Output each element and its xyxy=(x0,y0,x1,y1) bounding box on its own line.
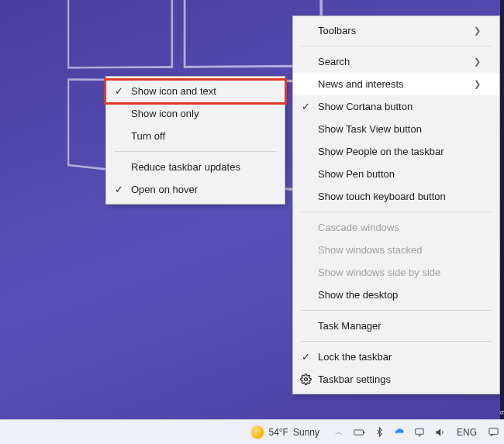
menu-item-label: Reduce taskbar updates xyxy=(131,161,266,173)
battery-icon[interactable] xyxy=(354,426,365,438)
menu-item-lock-the-taskbar[interactable]: ✓ Lock the taskbar xyxy=(293,346,499,368)
taskbar: 54°F Sunny ︿ ENG xyxy=(0,419,504,444)
language-indicator[interactable]: ENG xyxy=(454,427,479,438)
menu-item-show-icon-only[interactable]: Show icon only xyxy=(106,102,285,125)
menu-item-label: Lock the taskbar xyxy=(318,351,481,363)
menu-item-label: Show icon only xyxy=(131,108,266,119)
weather-widget[interactable]: 54°F Sunny xyxy=(251,426,319,439)
menu-item-turn-off[interactable]: Turn off xyxy=(106,125,285,147)
action-center-icon[interactable] xyxy=(488,426,499,438)
menu-item-label: Show Cortana button xyxy=(318,101,481,112)
separator xyxy=(301,341,492,342)
check-icon: ✓ xyxy=(293,101,318,112)
menu-item-show-windows-side-by-side: Show windows side by side xyxy=(293,261,499,284)
menu-item-show-cortana-button[interactable]: ✓ Show Cortana button xyxy=(293,95,499,118)
menu-item-label: Show icon and text xyxy=(131,85,266,97)
weather-temp: 54°F xyxy=(268,427,288,438)
chevron-right-icon: ❯ xyxy=(474,79,481,89)
menu-item-label: Cascade windows xyxy=(318,222,481,233)
tray-overflow-icon[interactable]: ︿ xyxy=(333,426,345,438)
gear-icon xyxy=(293,373,318,385)
separator xyxy=(301,310,492,311)
menu-item-task-manager[interactable]: Task Manager xyxy=(293,315,499,337)
separator xyxy=(301,46,492,46)
menu-item-label: Show People on the taskbar xyxy=(318,146,481,157)
menu-item-open-on-hover[interactable]: ✓ Open on hover xyxy=(106,178,285,201)
menu-item-label: Turn off xyxy=(131,130,266,142)
menu-item-label: Taskbar settings xyxy=(318,373,481,385)
menu-item-show-task-view-button[interactable]: Show Task View button xyxy=(293,118,499,140)
onedrive-icon[interactable] xyxy=(394,426,406,438)
menu-item-show-pen-button[interactable]: Show Pen button xyxy=(293,163,499,185)
weather-condition: Sunny xyxy=(293,427,319,438)
menu-item-label: Open on hover xyxy=(131,184,266,195)
news-interests-submenu: ✓ Show icon and text Show icon only Turn… xyxy=(105,76,285,205)
menu-item-label: Show Task View button xyxy=(318,123,481,135)
menu-item-cascade-windows: Cascade windows xyxy=(293,216,499,239)
menu-item-search[interactable]: Search ❯ xyxy=(293,50,499,73)
menu-item-label: News and interests xyxy=(318,78,460,90)
menu-item-label: Show the desktop xyxy=(318,289,481,301)
menu-item-label: Show windows side by side xyxy=(318,267,481,278)
svg-rect-1 xyxy=(354,429,364,434)
right-edge-strip: 6 xyxy=(500,0,504,419)
check-icon: ✓ xyxy=(293,351,318,363)
system-tray: ︿ ENG xyxy=(333,426,499,438)
volume-icon[interactable] xyxy=(434,426,446,438)
svg-rect-3 xyxy=(416,429,424,434)
svg-rect-2 xyxy=(364,431,364,433)
menu-item-toolbars[interactable]: Toolbars ❯ xyxy=(293,19,499,42)
menu-item-show-the-desktop[interactable]: Show the desktop xyxy=(293,284,499,306)
check-icon: ✓ xyxy=(106,184,131,195)
menu-item-label: Show touch keyboard button xyxy=(318,191,481,202)
menu-item-label: Search xyxy=(318,56,460,67)
taskbar-context-menu: Toolbars ❯ Search ❯ News and interests ❯… xyxy=(292,15,500,394)
svg-rect-4 xyxy=(489,429,498,435)
menu-item-label: Show windows stacked xyxy=(318,244,481,256)
check-icon: ✓ xyxy=(106,85,131,97)
chevron-right-icon: ❯ xyxy=(474,57,481,67)
sun-icon xyxy=(251,426,264,439)
menu-item-show-windows-stacked: Show windows stacked xyxy=(293,239,499,261)
menu-item-label: Toolbars xyxy=(318,25,460,36)
menu-item-reduce-updates[interactable]: Reduce taskbar updates xyxy=(106,156,285,178)
menu-item-taskbar-settings[interactable]: Taskbar settings xyxy=(293,368,499,391)
separator xyxy=(114,151,277,152)
clock-fragment: 6 xyxy=(499,411,505,415)
menu-item-show-people[interactable]: Show People on the taskbar xyxy=(293,140,499,163)
menu-item-label: Task Manager xyxy=(318,320,481,332)
chevron-right-icon: ❯ xyxy=(474,26,481,36)
menu-item-label: Show Pen button xyxy=(318,168,481,180)
bluetooth-icon[interactable] xyxy=(374,426,385,438)
menu-item-show-icon-and-text[interactable]: ✓ Show icon and text xyxy=(106,80,285,102)
menu-item-news-and-interests[interactable]: News and interests ❯ xyxy=(293,73,499,95)
menu-item-show-touch-keyboard-button[interactable]: Show touch keyboard button xyxy=(293,185,499,208)
network-icon[interactable] xyxy=(414,426,426,438)
svg-point-0 xyxy=(304,378,307,381)
separator xyxy=(301,212,492,212)
